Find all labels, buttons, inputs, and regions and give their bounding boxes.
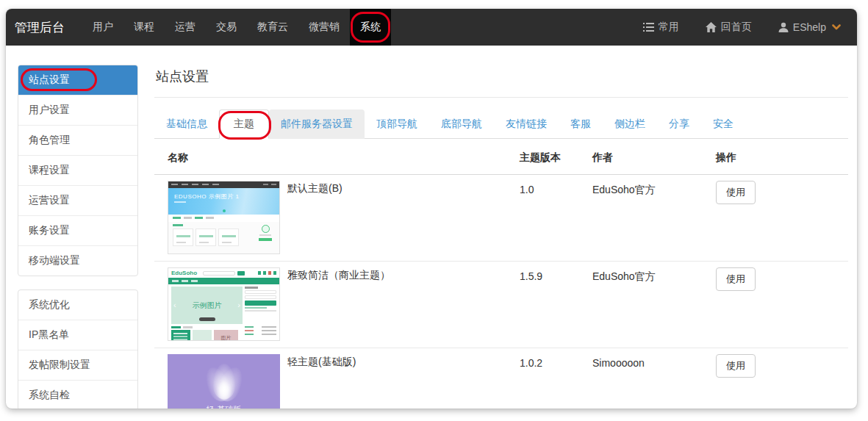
header-name: 名称 <box>168 151 520 165</box>
tab-security[interactable]: 安全 <box>701 109 745 139</box>
table-row-light-theme: 轻·基础版 轻主题(基础版) 1.0.2 Simooooon 使用 <box>154 348 848 409</box>
preview-caption-text: 轻·基础版 <box>207 404 242 409</box>
preview-banner-text: 示例图片 <box>193 301 222 311</box>
use-theme-button[interactable]: 使用 <box>716 181 756 204</box>
theme-name: 雅致简洁（商业主题） <box>287 267 390 282</box>
topnav-item-micromarketing[interactable]: 微营销 <box>298 9 350 46</box>
tab-top-nav[interactable]: 顶部导航 <box>365 109 429 139</box>
sidebar-item-system-check[interactable]: 系统自检 <box>18 380 137 409</box>
sidebar-group-system: 系统优化 IP黑名单 发帖限制设置 系统自检 <box>18 289 138 409</box>
table-row-default-theme: EDUSOHO 示例图片 1 <box>154 175 848 262</box>
tab-basic-info[interactable]: 基础信息 <box>154 109 219 139</box>
theme-version: 1.0 <box>520 181 592 254</box>
home-link[interactable]: 回首页 <box>706 21 752 34</box>
chevron-down-icon <box>832 24 841 30</box>
content-layout: 站点设置 用户设置 角色管理 课程设置 运营设置 账务设置 移动端设置 系统优化… <box>6 46 857 409</box>
theme-version: 1.5.9 <box>520 267 592 341</box>
app-window: 管理后台 用户 课程 运营 交易 教育云 微营销 系统 常用 回首页 EShel… <box>6 9 857 409</box>
quick-menu-link[interactable]: 常用 <box>643 21 679 34</box>
theme-table-header: 名称 主题版本 作者 操作 <box>154 142 848 175</box>
brand-title: 管理后台 <box>6 9 75 46</box>
tab-share[interactable]: 分享 <box>657 109 701 139</box>
theme-author: EduSoho官方 <box>592 181 716 254</box>
theme-version: 1.0.2 <box>520 354 592 409</box>
main-panel: 站点设置 基础信息 主题 邮件服务器设置 顶部导航 底部导航 友情链接 客服 侧… <box>154 65 848 409</box>
tab-sidebar[interactable]: 侧边栏 <box>603 109 657 139</box>
user-icon <box>778 22 789 32</box>
header-version: 主题版本 <box>520 151 592 165</box>
theme-author: EduSoho官方 <box>592 267 716 341</box>
topnav-item-educloud[interactable]: 教育云 <box>247 9 298 46</box>
sidebar-item-site-settings[interactable]: 站点设置 <box>18 65 137 95</box>
preview-card-text: 图片 <box>214 330 238 341</box>
tab-customer-service[interactable]: 客服 <box>559 109 603 139</box>
theme-author: Simooooon <box>592 354 716 409</box>
sidebar-item-system-optimize[interactable]: 系统优化 <box>18 290 137 320</box>
topnav-item-trade[interactable]: 交易 <box>206 9 247 46</box>
tab-mail-server[interactable]: 邮件服务器设置 <box>269 109 365 139</box>
sidebar-item-course-settings[interactable]: 课程设置 <box>18 155 137 185</box>
use-theme-button[interactable]: 使用 <box>716 354 756 378</box>
user-label: EShelp <box>793 21 826 33</box>
topnav-item-users[interactable]: 用户 <box>82 9 123 46</box>
list-icon <box>643 23 654 32</box>
sidebar-item-mobile-settings[interactable]: 移动端设置 <box>18 245 137 276</box>
user-menu[interactable]: EShelp <box>778 21 841 33</box>
settings-sidebar: 站点设置 用户设置 角色管理 课程设置 运营设置 账务设置 移动端设置 系统优化… <box>18 65 138 409</box>
topnav-item-operations[interactable]: 运营 <box>165 9 206 46</box>
table-row-elegant-theme: EduSoho ‹ 示例图片 › <box>154 262 848 348</box>
tab-friend-links[interactable]: 友情链接 <box>494 109 559 139</box>
theme-preview-light: 轻·基础版 <box>168 354 280 409</box>
theme-name: 默认主题(B) <box>287 181 342 195</box>
preview-banner-text: EDUSOHO 示例图片 1 <box>174 192 239 201</box>
theme-name: 轻主题(基础版) <box>287 354 356 369</box>
topnav-right: 常用 回首页 EShelp <box>643 9 857 46</box>
sidebar-item-finance-settings[interactable]: 账务设置 <box>18 215 137 245</box>
topnav-item-system[interactable]: 系统 <box>350 9 391 46</box>
theme-preview-elegant: EduSoho ‹ 示例图片 › <box>168 267 280 341</box>
theme-table: 名称 主题版本 作者 操作 EDUSOHO 示例图片 1 <box>154 142 848 409</box>
home-label: 回首页 <box>721 21 752 34</box>
sidebar-item-post-limit[interactable]: 发帖限制设置 <box>18 350 137 380</box>
home-icon <box>706 22 717 32</box>
preview-logo-text: EduSoho <box>171 270 197 276</box>
settings-tabs: 基础信息 主题 邮件服务器设置 顶部导航 底部导航 友情链接 客服 侧边栏 分享… <box>154 109 848 139</box>
header-author: 作者 <box>592 151 716 165</box>
sidebar-item-role-management[interactable]: 角色管理 <box>18 125 137 155</box>
sidebar-item-ip-blacklist[interactable]: IP黑名单 <box>18 320 137 350</box>
tab-theme[interactable]: 主题 <box>219 109 269 139</box>
header-action: 操作 <box>716 151 848 165</box>
page-title: 站点设置 <box>154 65 848 98</box>
sidebar-item-operation-settings[interactable]: 运营设置 <box>18 185 137 215</box>
sidebar-group-settings: 站点设置 用户设置 角色管理 课程设置 运营设置 账务设置 移动端设置 <box>18 65 138 276</box>
top-navbar: 管理后台 用户 课程 运营 交易 教育云 微营销 系统 常用 回首页 EShel… <box>6 9 857 46</box>
theme-preview-default: EDUSOHO 示例图片 1 <box>168 181 280 254</box>
sidebar-item-user-settings[interactable]: 用户设置 <box>18 95 137 125</box>
topnav-item-courses[interactable]: 课程 <box>123 9 165 46</box>
quick-menu-label: 常用 <box>659 21 679 34</box>
tab-bottom-nav[interactable]: 底部导航 <box>429 109 494 139</box>
use-theme-button[interactable]: 使用 <box>716 267 756 291</box>
